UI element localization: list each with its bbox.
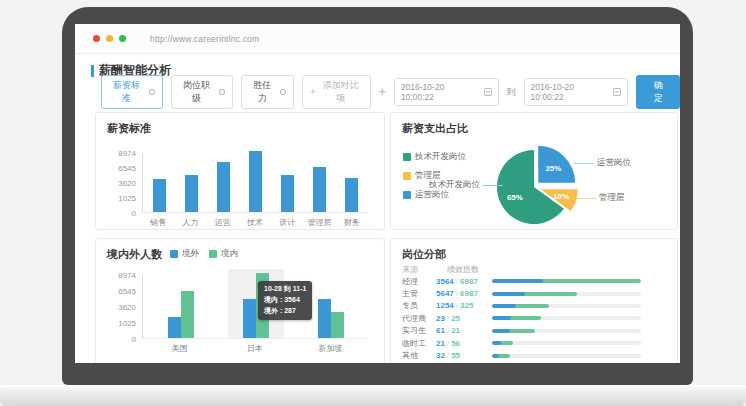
- progress-blue: [492, 292, 525, 296]
- y-tick-label: 0: [132, 335, 136, 344]
- value-domestic: 325: [460, 301, 473, 310]
- value-domestic: 56: [451, 339, 460, 348]
- value-domestic: 25: [451, 314, 460, 323]
- bar[interactable]: [243, 299, 256, 338]
- table-row: 主管5647/6987: [402, 287, 641, 299]
- leader-line: [483, 185, 503, 186]
- x-axis-label: 新加坡: [293, 343, 368, 354]
- filter-chip-label: 胜任力: [249, 79, 275, 105]
- pie-callout-management: 管理层: [576, 192, 625, 204]
- browser-dot-maximize[interactable]: [119, 35, 126, 42]
- row-values: 23/25: [436, 314, 492, 323]
- x-axis-label: 设计: [271, 217, 303, 228]
- x-axis: 美国日本新加坡: [142, 343, 368, 354]
- bar[interactable]: [217, 162, 230, 212]
- tooltip-lines: 境内 : 3564境外 : 287: [264, 295, 306, 317]
- value-overseas: 61: [436, 326, 445, 335]
- bar-pair: [168, 291, 194, 338]
- progress-blue: [492, 279, 543, 283]
- row-label: 专员: [402, 300, 436, 311]
- row-values: 61/21: [436, 326, 492, 335]
- filter-chip-label: 薪资标准: [109, 79, 144, 105]
- confirm-button[interactable]: 确定: [636, 75, 680, 109]
- browser-dot-close[interactable]: [93, 35, 100, 42]
- y-tick-label: 0: [132, 209, 136, 218]
- value-overseas: 5647: [436, 289, 454, 298]
- browser-dot-minimize[interactable]: [106, 35, 113, 42]
- y-tick-label: 3620: [118, 303, 136, 312]
- bar-pair: [318, 299, 344, 338]
- add-compare-button[interactable]: +添加对比项: [302, 75, 371, 109]
- bar[interactable]: [181, 291, 194, 338]
- legend-item: 境外: [170, 248, 199, 260]
- filter-chip[interactable]: 胜任力: [241, 75, 294, 109]
- y-axis: 89746545362010250: [102, 275, 138, 339]
- bar-slot: [336, 153, 368, 212]
- x-axis: 销售人力运营技术设计管理层财务: [142, 217, 368, 228]
- legend-swatch: [403, 191, 411, 199]
- value-overseas: 32: [436, 351, 445, 360]
- bar[interactable]: [318, 299, 331, 338]
- y-tick-label: 1025: [118, 319, 136, 328]
- panel-title: 薪资标准: [107, 121, 151, 136]
- laptop-screen-bezel: http://www.careerintlnc.com 薪酬智能分析 薪资标准岗…: [62, 7, 693, 385]
- bar[interactable]: [345, 178, 358, 212]
- title-accent-bar: [91, 65, 94, 77]
- table-row: 其他32/55: [402, 349, 641, 361]
- row-values: 32/55: [436, 351, 492, 360]
- bar[interactable]: [331, 312, 344, 338]
- y-tick-label: 3620: [118, 179, 136, 188]
- row-values: 5647/6987: [436, 289, 492, 298]
- x-axis-label: 财务: [336, 217, 368, 228]
- bar-slot: [175, 153, 207, 212]
- value-separator: /: [447, 314, 449, 323]
- filter-chips: 薪资标准岗位职级胜任力: [101, 75, 294, 109]
- x-axis-label: 管理层: [303, 217, 335, 228]
- column-header-source: 来源: [402, 264, 418, 275]
- y-tick-label: 6545: [118, 164, 136, 173]
- bar[interactable]: [313, 167, 326, 212]
- progress-blue: [492, 329, 510, 333]
- panel-salary-expense-ratio: 薪资支出占比 技术开发岗位管理层运营岗位 25%10%65% 技术开发岗位 运营…: [390, 112, 678, 230]
- value-overseas: 1254: [436, 301, 454, 310]
- bar[interactable]: [249, 151, 262, 212]
- legend-item: 技术开发岗位: [403, 151, 466, 163]
- y-axis: 89746545362010250: [102, 153, 138, 213]
- legend-label: 境内: [221, 248, 238, 260]
- progress-track: [492, 316, 641, 320]
- bar[interactable]: [153, 179, 166, 212]
- filter-chip[interactable]: 岗位职级: [171, 75, 233, 109]
- progress-blue: [492, 341, 501, 345]
- value-separator: /: [447, 351, 449, 360]
- progress-track: [492, 329, 641, 333]
- legend-label: 境外: [182, 248, 199, 260]
- legend-swatch: [209, 250, 217, 258]
- value-overseas: 21: [436, 339, 445, 348]
- progress-track: [492, 292, 641, 296]
- table-row: 经理3564/6987: [402, 275, 641, 287]
- bar[interactable]: [185, 175, 198, 212]
- legend-swatch: [170, 250, 178, 258]
- pie-percent-label: 25%: [545, 164, 561, 173]
- filter-chip[interactable]: 薪资标准: [101, 75, 163, 109]
- page-background: http://www.careerintlnc.com 薪酬智能分析 薪资标准岗…: [0, 0, 746, 406]
- date-from-value: 2016-10-20 10:00:22: [401, 82, 479, 102]
- bar[interactable]: [168, 317, 181, 338]
- progress-blue: [492, 316, 511, 320]
- progress-blue: [492, 354, 499, 358]
- y-tick-label: 6545: [118, 287, 136, 296]
- date-to-input[interactable]: 2016-10-20 10:00:22: [524, 78, 629, 106]
- bar[interactable]: [281, 175, 294, 212]
- table-row: 代理商23/25: [402, 312, 641, 324]
- y-tick-label: 8974: [118, 271, 136, 280]
- tooltip-title: 10-28 到 11-1: [264, 284, 306, 295]
- date-from-input[interactable]: 2016-10-20 10:00:22: [394, 78, 499, 106]
- address-bar[interactable]: http://www.careerintlnc.com: [150, 34, 259, 44]
- row-values: 3564/6987: [436, 277, 492, 286]
- laptop-base: [0, 385, 746, 406]
- pie-chart[interactable]: 25%10%65%: [486, 135, 606, 231]
- leader-line: [576, 198, 596, 199]
- plus-icon[interactable]: +: [379, 85, 386, 99]
- table-row: 临时工21/56: [402, 337, 641, 349]
- panel-domestic-overseas: 境内外人数 境外境内 89746545362010250 美国日本新加坡 10-…: [95, 238, 385, 363]
